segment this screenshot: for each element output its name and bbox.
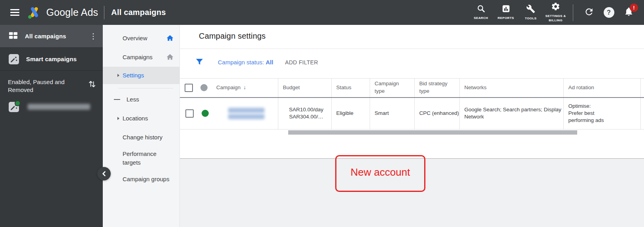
google-ads-app: Google Ads All campaigns SEARCH REPORTS xyxy=(0,0,644,227)
topbar-page-title: All campaigns xyxy=(111,8,166,17)
column-header-ad-rotation[interactable]: Ad rotation xyxy=(563,79,640,98)
campaign-table-row: SAR10.00/day SAR304.00/… Eligible Smart … xyxy=(180,98,644,129)
refresh-button[interactable] xyxy=(579,7,599,19)
minus-icon xyxy=(114,99,120,100)
kebab-menu-icon[interactable]: ⋮ xyxy=(89,32,97,40)
subnav-item-settings[interactable]: Settings xyxy=(103,67,179,84)
subnav-item-less[interactable]: Less xyxy=(103,90,179,109)
subnav-item-overview[interactable]: Overview xyxy=(103,29,179,48)
horizontal-scrollbar-thumb[interactable] xyxy=(288,130,577,135)
row-checkbox[interactable] xyxy=(185,109,194,118)
campaign-view-filter: Enabled, Paused and Removed xyxy=(0,71,103,98)
table-header-row: Campaign↓ Budget Status Campaign type Bi xyxy=(180,79,644,98)
view-filter-label: Enabled, Paused and Removed xyxy=(8,78,88,94)
magic-wand-icon xyxy=(9,54,19,64)
topbar-vertical-divider xyxy=(573,4,573,21)
gear-icon xyxy=(551,2,560,13)
sidebar-item-label: Smart campaigns xyxy=(26,56,97,62)
column-header-bid-strategy-type[interactable]: Bid strategy type xyxy=(414,79,459,98)
row-status-dot-cell xyxy=(196,98,212,129)
filter-funnel-icon[interactable] xyxy=(196,58,203,67)
campaign-type-cell: Smart xyxy=(370,98,414,129)
column-header-campaign-type[interactable]: Campaign type xyxy=(370,79,414,98)
budget-cell: SAR10.00/day SAR304.00/… xyxy=(278,98,331,129)
collapse-panel-button[interactable] xyxy=(97,167,111,180)
enabled-status-dot xyxy=(15,100,21,106)
add-filter-button[interactable]: ADD FILTER xyxy=(285,59,318,66)
green-status-dot xyxy=(202,110,209,117)
heading-divider xyxy=(180,49,644,49)
sort-arrows-icon[interactable] xyxy=(88,79,96,90)
gray-status-dot xyxy=(200,84,208,91)
notifications-button[interactable]: ! xyxy=(619,7,638,18)
campaign-settings-table: Campaign↓ Budget Status Campaign type Bi xyxy=(180,78,644,129)
bid-strategy-type-cell: CPC (enhanced) xyxy=(414,98,459,129)
campaign-name-cell[interactable] xyxy=(212,98,278,129)
home-icon-blue xyxy=(166,34,174,43)
status-cell: Eligible xyxy=(331,98,370,129)
redacted-campaign-name-line2 xyxy=(228,114,264,119)
magic-wand-icon xyxy=(9,102,19,112)
search-nav-button[interactable]: SEARCH xyxy=(468,4,493,21)
column-header-status[interactable]: Status xyxy=(331,79,370,98)
sidebar-item-campaign-redacted[interactable] xyxy=(0,98,103,117)
subnav-item-change-history[interactable]: Change history xyxy=(103,128,179,147)
sidebar-item-all-campaigns[interactable]: All campaigns ⋮ xyxy=(0,25,103,48)
new-account-annotation: New account xyxy=(335,155,425,192)
product-name: Google Ads xyxy=(46,7,98,18)
help-button[interactable]: ? xyxy=(599,7,619,18)
ad-rotation-cell: Optimise: Prefer best performing ads xyxy=(563,98,640,129)
refresh-icon xyxy=(584,7,594,19)
help-icon: ? xyxy=(604,7,614,18)
column-header-empty xyxy=(640,79,644,98)
sidebar-item-label: All campaigns xyxy=(25,33,89,39)
column-header-campaign[interactable]: Campaign↓ xyxy=(212,79,278,98)
subnav-item-locations[interactable]: Locations xyxy=(103,109,179,128)
chevron-left-icon xyxy=(102,171,106,176)
annotation-label: New account xyxy=(351,166,410,178)
top-app-bar: Google Ads All campaigns SEARCH REPORTS xyxy=(0,0,644,25)
search-icon xyxy=(477,4,485,15)
redacted-campaign-name xyxy=(28,104,90,110)
reports-icon xyxy=(502,4,510,15)
subnav-item-campaign-groups[interactable]: Campaign groups xyxy=(103,170,179,189)
subnav-item-campaigns[interactable]: Campaigns xyxy=(103,48,179,67)
main-content: Campaign settings Campaign status: All A… xyxy=(180,25,644,227)
subnav-divider xyxy=(119,88,173,88)
select-all-checkbox-cell xyxy=(180,79,196,98)
notification-badge: ! xyxy=(630,4,638,12)
grid-icon xyxy=(9,32,18,41)
subnav-item-performance-targets[interactable]: Performance targets xyxy=(103,147,179,170)
topbar-divider xyxy=(104,6,104,19)
google-ads-logo-icon xyxy=(26,5,43,20)
row-checkbox-cell xyxy=(180,98,196,129)
sidebar-item-smart-campaigns[interactable]: Smart campaigns xyxy=(0,48,103,71)
expand-triangle-icon xyxy=(117,74,119,77)
hamburger-menu-icon[interactable] xyxy=(10,9,19,16)
reports-nav-button[interactable]: REPORTS xyxy=(493,4,518,21)
home-icon-gray xyxy=(166,53,174,62)
empty-cell xyxy=(640,98,644,129)
left-navigation-panel: All campaigns ⋮ Smart campaigns Enabled,… xyxy=(0,25,103,227)
page-title: Campaign settings xyxy=(199,32,266,41)
redacted-campaign-name-line1 xyxy=(228,108,264,113)
tools-nav-button[interactable]: TOOLS xyxy=(518,4,543,21)
topbar-actions: SEARCH REPORTS TOOLS SETTINGS & BILLING xyxy=(468,2,644,23)
status-dot-header xyxy=(196,79,212,98)
column-header-networks[interactable]: Networks xyxy=(459,79,563,98)
settings-billing-nav-button[interactable]: SETTINGS & BILLING xyxy=(543,2,568,23)
campaign-sub-navigation: Overview Campaigns Settings Less Locatio… xyxy=(103,25,180,227)
tools-wrench-icon xyxy=(526,4,535,15)
sort-descending-icon: ↓ xyxy=(244,84,246,90)
networks-cell: Google Search; Search partners; Display … xyxy=(459,98,563,129)
campaign-status-filter-chip[interactable]: Campaign status: All xyxy=(218,59,273,66)
filter-value: All xyxy=(266,59,273,66)
expand-triangle-icon xyxy=(117,117,119,120)
column-header-budget[interactable]: Budget xyxy=(278,79,331,98)
select-all-checkbox[interactable] xyxy=(185,84,193,92)
